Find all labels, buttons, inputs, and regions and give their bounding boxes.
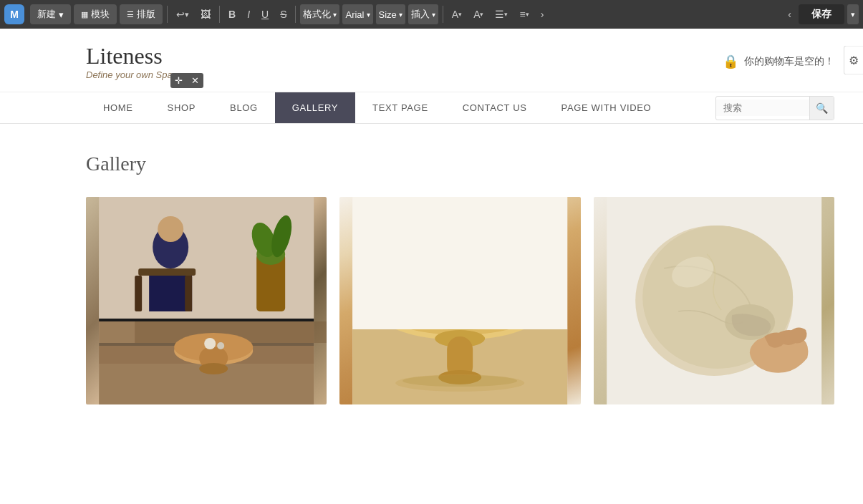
more-options-button[interactable]: › xyxy=(536,4,549,24)
image-button[interactable]: 🖼 xyxy=(196,4,215,24)
gallery-item-1[interactable] xyxy=(86,197,327,404)
italic-button[interactable]: I xyxy=(243,4,254,24)
gallery-title: Gallery xyxy=(86,152,834,175)
divider-2 xyxy=(219,6,220,23)
nav-item-contact-us[interactable]: CONTACT US xyxy=(445,92,544,123)
nav-links: HOME SHOP BLOG GALLERY TEXT PAGE CONTACT… xyxy=(86,92,668,123)
nav-item-page-with-video[interactable]: PAGE WITH VIDEO xyxy=(544,92,669,123)
format-select[interactable]: 格式化 ▾ xyxy=(300,4,339,24)
svg-point-22 xyxy=(217,342,224,349)
gallery-image-1 xyxy=(86,197,327,404)
divider-4 xyxy=(443,6,443,23)
new-button[interactable]: 新建 ▾ xyxy=(30,4,71,24)
close-handle[interactable]: ✕ xyxy=(187,73,203,88)
nav-item-shop[interactable]: SHOP xyxy=(150,92,213,123)
gallery-item-3[interactable] xyxy=(594,197,834,404)
size-select[interactable]: Size ▾ xyxy=(376,4,405,24)
svg-point-21 xyxy=(204,338,216,349)
bold-button[interactable]: B xyxy=(224,4,240,24)
gear-icon: ⚙ xyxy=(849,54,859,67)
header-right: 🔒 你的购物车是空的！ xyxy=(723,54,834,69)
site-navigation: HOME SHOP BLOG GALLERY TEXT PAGE CONTACT… xyxy=(0,92,863,124)
gallery-grid xyxy=(86,197,834,404)
svg-point-20 xyxy=(199,363,228,374)
svg-rect-15 xyxy=(135,276,142,311)
search-bar: 🔍 xyxy=(715,96,834,120)
font-select[interactable]: Arial ▾ xyxy=(342,4,372,24)
svg-rect-2 xyxy=(99,319,314,321)
search-icon: 🔍 xyxy=(816,102,828,114)
preview-back-button[interactable]: ‹ xyxy=(784,4,796,24)
save-button[interactable]: 保存 xyxy=(799,4,844,24)
svg-point-33 xyxy=(402,375,517,387)
site-logo: Liteness Define your own Space xyxy=(86,43,182,80)
editor-toolbar: M 新建 ▾ ▦ 模块 ☰ 排版 ↩ ▾ 🖼 B I U S 格式化 ▾ Ari… xyxy=(0,0,863,29)
site-tagline: Define your own Space xyxy=(86,69,182,80)
svg-rect-16 xyxy=(185,276,192,311)
bg-color-button[interactable]: A ▾ xyxy=(469,4,488,24)
divider-1 xyxy=(167,6,168,23)
nav-item-home[interactable]: HOME xyxy=(86,92,150,123)
nav-item-text-page[interactable]: TEXT PAGE xyxy=(355,92,445,123)
settings-button[interactable]: ⚙ xyxy=(844,46,863,75)
list-button[interactable]: ☰ ▾ xyxy=(491,4,512,24)
module-button[interactable]: ▦ 模块 xyxy=(74,4,117,24)
strikethrough-button[interactable]: S xyxy=(276,4,291,24)
sort-button[interactable]: ☰ 排版 xyxy=(120,4,163,24)
underline-button[interactable]: U xyxy=(257,4,273,24)
edit-handle: ✛ ✕ xyxy=(170,73,203,88)
cart-icon[interactable]: 🔒 xyxy=(723,54,738,69)
main-content: Gallery xyxy=(0,124,863,433)
undo-button[interactable]: ↩ ▾ xyxy=(172,4,193,24)
gallery-image-2 xyxy=(339,197,580,404)
divider-3 xyxy=(295,6,296,23)
align-button[interactable]: ≡ ▾ xyxy=(515,4,533,24)
save-more-button[interactable]: ▾ xyxy=(847,4,859,24)
svg-rect-14 xyxy=(138,268,196,276)
nav-item-blog[interactable]: BLOG xyxy=(213,92,275,123)
site-title: Liteness xyxy=(86,43,182,69)
site-header: Liteness Define your own Space 🔒 你的购物车是空… xyxy=(0,29,863,92)
svg-point-12 xyxy=(158,216,183,242)
cart-text: 你的购物车是空的！ xyxy=(744,55,834,68)
app-logo[interactable]: M xyxy=(4,4,24,24)
search-button[interactable]: 🔍 xyxy=(809,97,834,120)
search-input[interactable] xyxy=(716,100,809,116)
gallery-item-2[interactable] xyxy=(339,197,580,404)
nav-item-gallery[interactable]: GALLERY xyxy=(275,92,355,123)
website-preview: ✛ ✕ Liteness Define your own Space 🔒 你的购… xyxy=(0,29,863,433)
insert-select[interactable]: 插入 ▾ xyxy=(408,4,438,24)
gallery-image-3 xyxy=(594,197,834,404)
svg-rect-32 xyxy=(352,197,567,329)
move-handle[interactable]: ✛ xyxy=(170,73,187,88)
font-color-button[interactable]: A ▾ xyxy=(448,4,466,24)
